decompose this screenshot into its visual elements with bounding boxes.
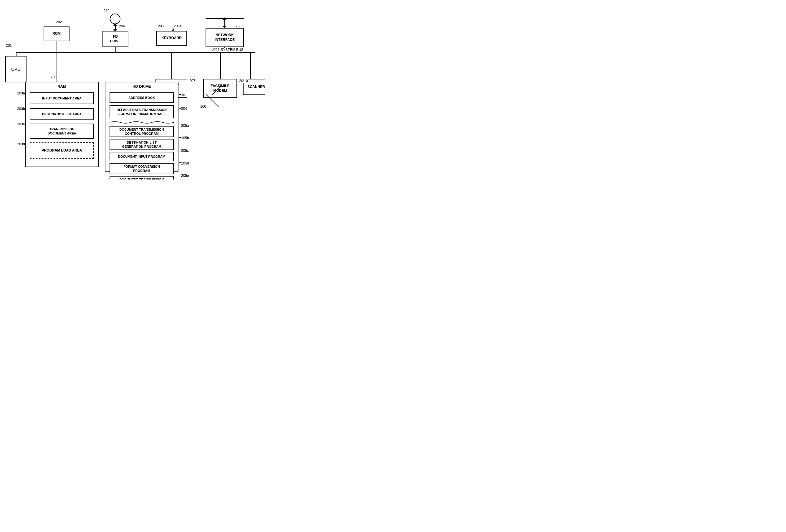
ram-title: RAM bbox=[26, 84, 98, 89]
cpu-label: CPU bbox=[11, 66, 21, 72]
arrow-up-disk bbox=[113, 23, 117, 26]
disk-icon bbox=[110, 14, 120, 24]
input-document-area-label: INPUT DOCUMENT AREA bbox=[42, 96, 81, 100]
format-conversion-box: FORMAT CONVERSIONPROGRAM bbox=[110, 163, 174, 174]
hd-301-ref: 301 bbox=[181, 93, 187, 97]
transmission-document-area-label: TRANSMISSIONDOCUMENT AREA bbox=[47, 127, 76, 136]
scanner-label: SCANNER bbox=[247, 85, 265, 90]
301-line bbox=[179, 94, 181, 95]
display-ref: 207 bbox=[189, 79, 195, 83]
hd-drive-container: HD DRIVE ADDRESS BOOK DEFAULT DATA-TRANS… bbox=[105, 82, 179, 172]
203a-line bbox=[24, 93, 26, 94]
arrow-network-down bbox=[223, 26, 226, 28]
network-interface-box: NETWORKINTERFACE bbox=[206, 28, 244, 47]
default-data-box: DEFAULT DATA-TRANSMISSION-FORMAT INFORMA… bbox=[110, 105, 174, 118]
system-bus-line bbox=[16, 52, 255, 53]
facsimile-modem-label: FACSIMILEMODEM bbox=[211, 84, 229, 93]
keyboard-ref: 206 bbox=[158, 24, 164, 28]
fax-ref-106: 106 bbox=[200, 104, 206, 108]
dest-list-gen-box: DESTINATION-LISTGENERATION PROGRAM bbox=[110, 139, 174, 150]
destination-list-area-box: DESTINATION LIST AREA bbox=[30, 108, 94, 120]
hd-304-ref: 304 bbox=[181, 106, 187, 111]
ram-bus-vline bbox=[56, 52, 57, 82]
205b-line bbox=[179, 137, 181, 138]
doc-transmission-box: DOCUMENT TRANSMISSIONPROGRAM bbox=[110, 176, 174, 179]
304-line bbox=[179, 108, 181, 108]
scanner-ref: 210 bbox=[242, 79, 248, 83]
keyboard-bus-vline bbox=[172, 46, 172, 52]
arrow-network-up bbox=[223, 17, 226, 20]
hd-205c-ref: 205c bbox=[181, 149, 189, 153]
destination-list-area-label: DESTINATION LIST AREA bbox=[42, 112, 82, 116]
program-load-area-box: PROGRAM LOAD AREA bbox=[30, 142, 94, 159]
wavy-sep-1 bbox=[110, 121, 174, 124]
hd-drive-title: HD DRIVE bbox=[106, 84, 178, 89]
dest-list-gen-label: DESTINATION-LISTGENERATION PROGRAM bbox=[122, 140, 161, 149]
transmission-document-area-box: TRANSMISSIONDOCUMENT AREA bbox=[30, 124, 94, 139]
fd-bus-vline bbox=[115, 47, 116, 52]
fd-drive-ref: 204 bbox=[119, 24, 125, 28]
disk-ref: 212 bbox=[103, 9, 110, 13]
203c-line bbox=[24, 124, 26, 124]
hd-205a-ref: 205a bbox=[181, 124, 189, 128]
rom-box: ROM bbox=[44, 26, 69, 41]
ram-container: RAM INPUT DOCUMENT AREA DESTINATION LIST… bbox=[25, 82, 99, 167]
205c-line bbox=[179, 150, 181, 150]
rom-label: ROM bbox=[52, 31, 61, 36]
ram-203a-ref: 203a bbox=[17, 91, 25, 95]
program-load-area-label: PROGRAM LOAD AREA bbox=[42, 148, 82, 153]
rom-ref: 202 bbox=[56, 20, 62, 24]
fd-drive-label: FDDRIVE bbox=[110, 34, 121, 44]
arrow-down-fd bbox=[113, 29, 117, 32]
scanner-bus-vline bbox=[250, 52, 251, 79]
hd-205e-ref: 205e bbox=[181, 174, 189, 178]
ram-203b-ref: 203b bbox=[17, 107, 25, 111]
doc-input-box: DOCUMENT INPUT PROGRAM bbox=[110, 152, 174, 161]
doc-transmission-ctrl-label: DOCUMENT-TRANSMISSIONCONTROL PROGRAM bbox=[120, 127, 164, 136]
cpu-box: CPU bbox=[5, 56, 26, 82]
system-bus-211: 211 SYSTEM BUS bbox=[214, 48, 244, 52]
203d-line bbox=[24, 144, 26, 144]
ram-203c-ref: 203c bbox=[17, 122, 25, 126]
facsimile-modem-box: FACSIMILEMODEM bbox=[203, 79, 237, 98]
keyboard-label: KEYBOARD bbox=[161, 36, 182, 41]
205d-line bbox=[179, 163, 181, 163]
doc-transmission-label: DOCUMENT TRANSMISSIONPROGRAM bbox=[120, 177, 164, 179]
cpu-ref: 201 bbox=[6, 44, 12, 48]
diagram: 211 SYSTEM BUS 211 CPU 201 ROM 202 203 F… bbox=[0, 0, 265, 179]
address-book-box: ADDRESS BOOK bbox=[110, 92, 174, 103]
205e-line bbox=[179, 175, 181, 175]
input-document-area-box: INPUT DOCUMENT AREA bbox=[30, 92, 94, 104]
cpu-vline bbox=[16, 52, 17, 56]
network-interface-label: NETWORKINTERFACE bbox=[215, 33, 235, 42]
format-conversion-label: FORMAT CONVERSIONPROGRAM bbox=[123, 165, 160, 173]
203b-line bbox=[24, 108, 26, 109]
network-ref-208: 208 bbox=[236, 24, 241, 28]
hd-bus-vline bbox=[142, 52, 142, 82]
fd-drive-box: FDDRIVE bbox=[102, 31, 129, 47]
doc-input-label: DOCUMENT INPUT PROGRAM bbox=[118, 154, 165, 159]
ram-ref: 203 bbox=[51, 75, 56, 79]
doc-transmission-ctrl-box: DOCUMENT-TRANSMISSIONCONTROL PROGRAM bbox=[110, 126, 174, 137]
ram-203d-ref: 203d bbox=[17, 142, 25, 146]
205a-line bbox=[179, 125, 181, 125]
default-data-label: DEFAULT DATA-TRANSMISSION-FORMAT INFORMA… bbox=[117, 108, 167, 116]
address-book-label: ADDRESS BOOK bbox=[129, 96, 155, 100]
display-bus-vline bbox=[171, 52, 172, 79]
rom-vline bbox=[56, 41, 57, 52]
hd-205d-ref: 205d bbox=[181, 161, 189, 165]
hd-205b-ref: 205b bbox=[181, 136, 189, 140]
keyboard-ref2: 206a bbox=[174, 24, 182, 28]
fax-bus-vline bbox=[220, 52, 221, 79]
keyboard-box: KEYBOARD bbox=[156, 31, 187, 46]
keyboard-connector bbox=[172, 28, 174, 31]
